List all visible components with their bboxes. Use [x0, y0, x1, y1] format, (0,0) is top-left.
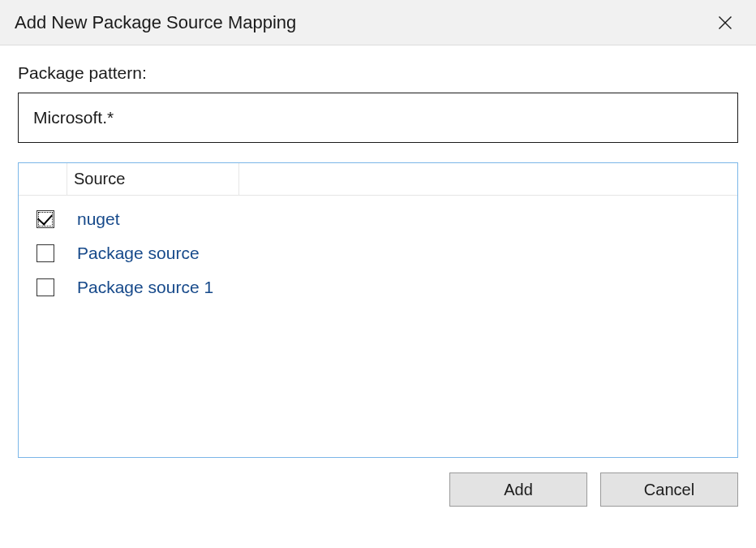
titlebar: Add New Package Source Mapping	[0, 0, 756, 45]
source-checkbox[interactable]	[37, 244, 54, 262]
source-checkbox[interactable]	[37, 278, 54, 296]
dialog-content: Package pattern: Source nugetPackage sou…	[0, 45, 756, 458]
package-pattern-input[interactable]	[18, 93, 738, 143]
cancel-button[interactable]: Cancel	[600, 472, 738, 507]
source-row[interactable]: Package source	[19, 236, 737, 270]
source-row[interactable]: Package source 1	[19, 270, 737, 304]
source-list-header: Source	[19, 163, 737, 196]
close-button[interactable]	[709, 6, 741, 39]
source-list: Source nugetPackage sourcePackage source…	[18, 162, 738, 458]
source-label[interactable]: Package source 1	[77, 278, 213, 297]
header-source-column[interactable]: Source	[67, 163, 239, 195]
header-checkbox-column	[19, 163, 67, 195]
dialog-title: Add New Package Source Mapping	[15, 12, 296, 33]
close-icon	[717, 15, 733, 31]
button-row: Add Cancel	[0, 458, 756, 507]
source-row[interactable]: nuget	[19, 202, 737, 236]
package-pattern-label: Package pattern:	[18, 63, 738, 83]
source-label[interactable]: nuget	[77, 209, 120, 229]
source-checkbox[interactable]	[37, 210, 54, 228]
source-list-body: nugetPackage sourcePackage source 1	[19, 196, 737, 304]
header-rest-column	[239, 163, 737, 195]
source-label[interactable]: Package source	[77, 244, 200, 263]
add-button[interactable]: Add	[449, 472, 587, 507]
